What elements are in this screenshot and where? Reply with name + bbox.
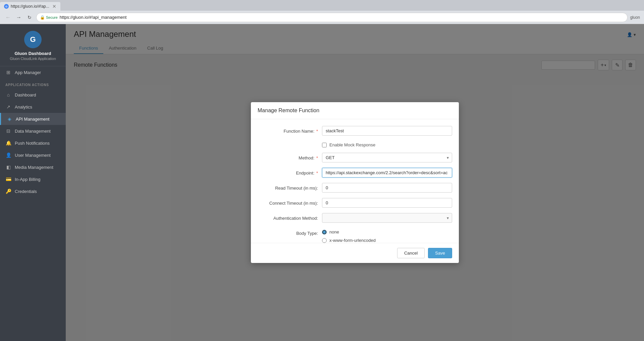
radio-none: none (322, 229, 452, 234)
enable-mock-checkbox[interactable] (322, 143, 327, 147)
required-star-endpoint: * (316, 170, 318, 176)
address-bar[interactable]: 🔒 Secure https://gluon.io/#!api_manageme… (36, 13, 628, 22)
modal-footer: Cancel Save (251, 243, 459, 263)
sidebar-item-data-management[interactable]: ⊟ Data Management (0, 125, 66, 137)
sidebar-section-label: APPLICATION ACTIONS (0, 78, 66, 89)
form-row-method: Method: * GET POST PUT DELETE PATCH (258, 153, 452, 162)
secure-label: Secure (46, 15, 58, 19)
radio-urlencoded-label: x-www-form-urlencoded (329, 238, 376, 243)
function-name-input[interactable] (322, 126, 452, 136)
sidebar-item-app-manager[interactable]: ⊞ App Manager (0, 66, 66, 78)
sidebar-label-in-app-billing: In-App Billing (15, 177, 41, 182)
data-icon: ⊟ (5, 128, 11, 134)
function-name-label: Function Name: * (258, 126, 318, 134)
key-icon: 🔑 (5, 189, 11, 194)
sidebar-item-user-management[interactable]: 👤 User Management (0, 149, 66, 161)
sidebar-label-app-manager: App Manager (15, 70, 41, 75)
sidebar-item-api-management[interactable]: ◈ API Management (0, 113, 66, 125)
sidebar-label-api-management: API Management (16, 117, 49, 122)
tab-bar: G https://gluon.io/#!ap... ✕ (0, 0, 644, 11)
sidebar-logo: G Gluon Dashboard Gluon CloudLink Applic… (0, 24, 66, 66)
sidebar-label-media-management: Media Management (15, 165, 53, 170)
connect-timeout-input[interactable] (322, 198, 452, 208)
tab-title: https://gluon.io/#!ap... (11, 4, 50, 9)
connect-timeout-label: Connect Timeout (in ms): (258, 198, 318, 206)
method-label: Method: * (258, 153, 318, 160)
browser-chrome: G https://gluon.io/#!ap... ✕ ← → ↻ 🔒 Sec… (0, 0, 644, 24)
radio-none-input[interactable] (322, 230, 327, 234)
connect-timeout-wrap (322, 198, 452, 208)
forward-button[interactable]: → (15, 13, 23, 21)
user-icon: 👤 (5, 152, 11, 158)
manage-remote-function-modal: Manage Remote Function Function Name: * (251, 102, 459, 263)
app-name: Gluon Dashboard (14, 51, 51, 56)
endpoint-input[interactable] (322, 168, 452, 178)
save-button[interactable]: Save (428, 248, 452, 258)
billing-icon: 💳 (5, 177, 11, 182)
read-timeout-input[interactable] (322, 183, 452, 193)
form-row-read-timeout: Read Timeout (in ms): (258, 183, 452, 193)
sidebar-item-media-management[interactable]: ◧ Media Management (0, 161, 66, 173)
tab-favicon: G (4, 4, 9, 9)
sidebar-label-user-management: User Management (15, 153, 51, 158)
sidebar-item-analytics[interactable]: ↗ Analytics (0, 101, 66, 113)
radio-urlencoded: x-www-form-urlencoded (322, 238, 452, 243)
required-star: * (316, 129, 318, 134)
dashboard-icon: ⌂ (5, 92, 11, 97)
modal-overlay: Manage Remote Function Function Name: * (66, 24, 644, 341)
active-tab[interactable]: G https://gluon.io/#!ap... ✕ (0, 2, 60, 11)
sidebar-label-data-management: Data Management (15, 129, 51, 134)
form-row-endpoint: Endpoint: * (258, 168, 452, 178)
read-timeout-wrap (322, 183, 452, 193)
mock-checkbox-row: Enable Mock Response (322, 142, 375, 147)
endpoint-wrap (322, 168, 452, 178)
form-row-auth-method: Authentication Method: (258, 213, 452, 223)
logo-avatar: G (24, 31, 42, 48)
address-url: https://gluon.io/#!api_management (60, 15, 126, 20)
tab-close-btn[interactable]: ✕ (52, 4, 56, 9)
bell-icon: 🔔 (5, 140, 11, 146)
back-button[interactable]: ← (4, 13, 12, 21)
sidebar: G Gluon Dashboard Gluon CloudLink Applic… (0, 24, 66, 341)
radio-none-label: none (329, 229, 339, 234)
analytics-icon: ↗ (5, 104, 11, 110)
modal-body: Function Name: * Enable Mock Response (251, 119, 459, 243)
app-subtitle: Gluon CloudLink Application (10, 57, 56, 61)
sidebar-item-push-notifications[interactable]: 🔔 Push Notifications (0, 137, 66, 149)
sidebar-label-push-notifications: Push Notifications (15, 141, 50, 146)
method-select[interactable]: GET POST PUT DELETE PATCH (322, 153, 452, 162)
refresh-button[interactable]: ↻ (25, 13, 34, 21)
required-star-method: * (316, 155, 318, 160)
body-type-radio-group: none x-www-form-urlencoded form-data (322, 229, 452, 243)
auth-method-label: Authentication Method: (258, 213, 318, 221)
sidebar-item-dashboard[interactable]: ⌂ Dashboard (0, 89, 66, 101)
sidebar-item-credentials[interactable]: 🔑 Credentials (0, 185, 66, 197)
modal-header: Manage Remote Function (251, 102, 459, 119)
form-row-body-type: Body Type: none x-www-form-urlencoded (258, 228, 452, 243)
media-icon: ◧ (5, 164, 11, 170)
form-row-function-name: Function Name: * (258, 126, 452, 136)
function-name-wrap (322, 126, 452, 136)
body-type-wrap: none x-www-form-urlencoded form-data (322, 228, 452, 243)
browser-extension: gluon (630, 15, 640, 20)
lock-icon: 🔒 (40, 15, 45, 20)
form-row-mock: Enable Mock Response (322, 141, 452, 147)
modal-title: Manage Remote Function (258, 108, 452, 114)
radio-urlencoded-input[interactable] (322, 238, 327, 243)
app-layout: G Gluon Dashboard Gluon CloudLink Applic… (0, 24, 644, 341)
method-wrap: GET POST PUT DELETE PATCH (322, 153, 452, 162)
sidebar-label-credentials: Credentials (15, 189, 37, 194)
api-icon: ◈ (6, 116, 12, 122)
sidebar-label-dashboard: Dashboard (15, 92, 36, 97)
auth-method-select[interactable] (322, 213, 452, 223)
endpoint-label: Endpoint: * (258, 168, 318, 176)
sidebar-label-analytics: Analytics (15, 105, 32, 110)
browser-controls: ← → ↻ 🔒 Secure https://gluon.io/#!api_ma… (0, 11, 644, 24)
cancel-button[interactable]: Cancel (397, 248, 425, 258)
read-timeout-label: Read Timeout (in ms): (258, 183, 318, 191)
sidebar-item-in-app-billing[interactable]: 💳 In-App Billing (0, 173, 66, 185)
grid-icon: ⊞ (5, 70, 11, 75)
form-row-connect-timeout: Connect Timeout (in ms): (258, 198, 452, 208)
main-content: API Management Functions Authentication … (66, 24, 644, 341)
body-type-label: Body Type: (258, 228, 318, 236)
